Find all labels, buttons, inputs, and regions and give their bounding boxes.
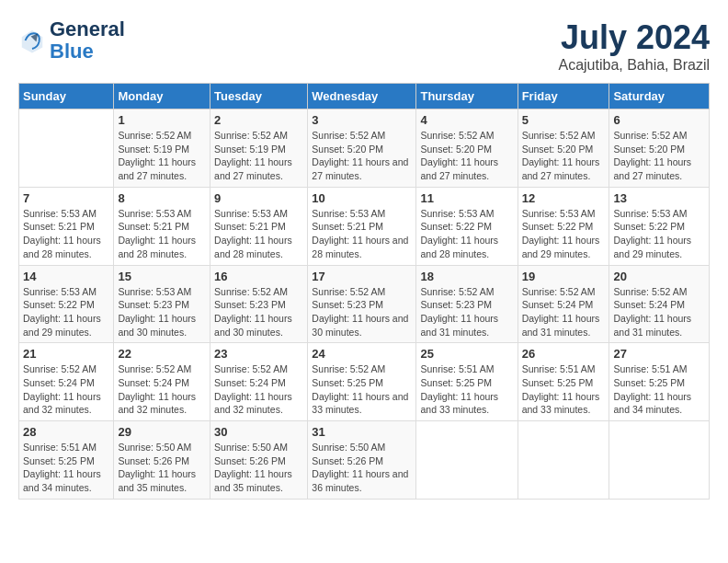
day-number: 20 <box>613 270 705 283</box>
calendar-cell: 27Sunrise: 5:51 AMSunset: 5:25 PMDayligh… <box>609 343 710 421</box>
day-number: 7 <box>23 191 109 205</box>
day-detail: Sunrise: 5:53 AMSunset: 5:21 PMDaylight:… <box>23 207 109 261</box>
day-detail: Sunrise: 5:52 AMSunset: 5:23 PMDaylight:… <box>420 285 513 339</box>
page-header: General Blue July 2024 Acajutiba, Bahia,… <box>18 18 710 74</box>
calendar-cell <box>609 421 710 500</box>
calendar-cell: 31Sunrise: 5:50 AMSunset: 5:26 PMDayligh… <box>308 421 416 500</box>
day-number: 11 <box>420 191 513 205</box>
day-number: 30 <box>214 425 303 439</box>
calendar-cell: 11Sunrise: 5:53 AMSunset: 5:22 PMDayligh… <box>416 187 518 265</box>
title-block: July 2024 Acajutiba, Bahia, Brazil <box>558 18 710 74</box>
day-header-saturday: Saturday <box>609 84 710 109</box>
calendar-cell: 17Sunrise: 5:52 AMSunset: 5:23 PMDayligh… <box>308 265 416 343</box>
calendar-cell <box>518 421 609 500</box>
day-detail: Sunrise: 5:52 AMSunset: 5:20 PMDaylight:… <box>420 129 513 183</box>
day-detail: Sunrise: 5:52 AMSunset: 5:24 PMDaylight:… <box>214 362 303 417</box>
day-number: 4 <box>420 113 513 127</box>
day-detail: Sunrise: 5:53 AMSunset: 5:22 PMDaylight:… <box>613 207 705 261</box>
day-header-monday: Monday <box>114 84 210 109</box>
calendar-cell: 10Sunrise: 5:53 AMSunset: 5:21 PMDayligh… <box>308 187 416 265</box>
day-number: 9 <box>214 191 303 205</box>
calendar-cell: 5Sunrise: 5:52 AMSunset: 5:20 PMDaylight… <box>518 109 609 188</box>
logo: General Blue <box>18 18 125 63</box>
day-detail: Sunrise: 5:50 AMSunset: 5:26 PMDaylight:… <box>118 441 206 495</box>
day-detail: Sunrise: 5:52 AMSunset: 5:19 PMDaylight:… <box>214 129 303 183</box>
calendar-cell: 13Sunrise: 5:53 AMSunset: 5:22 PMDayligh… <box>609 187 710 265</box>
day-number: 10 <box>312 191 412 205</box>
calendar-cell: 29Sunrise: 5:50 AMSunset: 5:26 PMDayligh… <box>114 421 210 500</box>
calendar-cell: 25Sunrise: 5:51 AMSunset: 5:25 PMDayligh… <box>416 343 518 421</box>
day-number: 25 <box>420 347 513 361</box>
calendar-cell: 21Sunrise: 5:52 AMSunset: 5:24 PMDayligh… <box>19 343 114 421</box>
calendar-cell: 12Sunrise: 5:53 AMSunset: 5:22 PMDayligh… <box>518 187 609 265</box>
day-header-wednesday: Wednesday <box>308 84 416 109</box>
day-number: 13 <box>613 191 705 205</box>
calendar-cell: 24Sunrise: 5:52 AMSunset: 5:25 PMDayligh… <box>308 343 416 421</box>
calendar-cell: 26Sunrise: 5:51 AMSunset: 5:25 PMDayligh… <box>518 343 609 421</box>
day-detail: Sunrise: 5:50 AMSunset: 5:26 PMDaylight:… <box>312 441 412 495</box>
calendar-cell: 19Sunrise: 5:52 AMSunset: 5:24 PMDayligh… <box>518 265 609 343</box>
day-detail: Sunrise: 5:52 AMSunset: 5:23 PMDaylight:… <box>214 285 303 339</box>
day-detail: Sunrise: 5:53 AMSunset: 5:21 PMDaylight:… <box>312 207 412 261</box>
calendar-cell: 18Sunrise: 5:52 AMSunset: 5:23 PMDayligh… <box>416 265 518 343</box>
day-detail: Sunrise: 5:52 AMSunset: 5:24 PMDaylight:… <box>613 285 705 339</box>
calendar-cell: 22Sunrise: 5:52 AMSunset: 5:24 PMDayligh… <box>114 343 210 421</box>
day-detail: Sunrise: 5:52 AMSunset: 5:25 PMDaylight:… <box>312 362 412 417</box>
day-detail: Sunrise: 5:52 AMSunset: 5:20 PMDaylight:… <box>522 129 606 183</box>
day-number: 2 <box>214 113 303 127</box>
day-number: 27 <box>613 347 705 361</box>
day-number: 31 <box>312 425 412 439</box>
day-header-tuesday: Tuesday <box>210 84 308 109</box>
logo-icon <box>18 27 46 54</box>
day-detail: Sunrise: 5:53 AMSunset: 5:22 PMDaylight:… <box>420 207 513 261</box>
day-detail: Sunrise: 5:53 AMSunset: 5:21 PMDaylight:… <box>118 207 206 261</box>
day-detail: Sunrise: 5:52 AMSunset: 5:23 PMDaylight:… <box>312 285 412 339</box>
page-subtitle: Acajutiba, Bahia, Brazil <box>558 57 710 74</box>
day-number: 24 <box>312 347 412 361</box>
calendar-cell: 2Sunrise: 5:52 AMSunset: 5:19 PMDaylight… <box>210 109 308 188</box>
calendar-cell: 6Sunrise: 5:52 AMSunset: 5:20 PMDaylight… <box>609 109 710 188</box>
day-number: 29 <box>118 425 206 439</box>
day-detail: Sunrise: 5:52 AMSunset: 5:20 PMDaylight:… <box>312 129 412 183</box>
day-number: 3 <box>312 113 412 127</box>
day-number: 16 <box>214 270 303 283</box>
logo-text: General Blue <box>50 18 125 63</box>
day-number: 12 <box>522 191 606 205</box>
day-number: 28 <box>23 425 109 439</box>
calendar-cell: 8Sunrise: 5:53 AMSunset: 5:21 PMDaylight… <box>114 187 210 265</box>
day-detail: Sunrise: 5:53 AMSunset: 5:22 PMDaylight:… <box>23 285 109 339</box>
day-number: 1 <box>118 113 206 127</box>
day-detail: Sunrise: 5:51 AMSunset: 5:25 PMDaylight:… <box>613 362 705 417</box>
day-number: 19 <box>522 270 606 283</box>
day-header-sunday: Sunday <box>19 84 114 109</box>
day-number: 21 <box>23 347 109 361</box>
day-number: 8 <box>118 191 206 205</box>
day-detail: Sunrise: 5:51 AMSunset: 5:25 PMDaylight:… <box>420 362 513 417</box>
day-detail: Sunrise: 5:52 AMSunset: 5:20 PMDaylight:… <box>613 129 705 183</box>
day-number: 14 <box>23 270 109 283</box>
day-number: 6 <box>613 113 705 127</box>
calendar-table: SundayMondayTuesdayWednesdayThursdayFrid… <box>18 83 710 500</box>
day-header-thursday: Thursday <box>416 84 518 109</box>
calendar-cell: 4Sunrise: 5:52 AMSunset: 5:20 PMDaylight… <box>416 109 518 188</box>
calendar-cell: 9Sunrise: 5:53 AMSunset: 5:21 PMDaylight… <box>210 187 308 265</box>
calendar-cell: 1Sunrise: 5:52 AMSunset: 5:19 PMDaylight… <box>114 109 210 188</box>
day-detail: Sunrise: 5:53 AMSunset: 5:23 PMDaylight:… <box>118 285 206 339</box>
day-detail: Sunrise: 5:50 AMSunset: 5:26 PMDaylight:… <box>214 441 303 495</box>
day-detail: Sunrise: 5:52 AMSunset: 5:24 PMDaylight:… <box>23 362 109 417</box>
calendar-cell: 16Sunrise: 5:52 AMSunset: 5:23 PMDayligh… <box>210 265 308 343</box>
calendar-cell <box>19 109 114 188</box>
day-number: 15 <box>118 270 206 283</box>
calendar-cell: 28Sunrise: 5:51 AMSunset: 5:25 PMDayligh… <box>19 421 114 500</box>
day-detail: Sunrise: 5:52 AMSunset: 5:24 PMDaylight:… <box>118 362 206 417</box>
page-title: July 2024 <box>558 18 710 57</box>
day-detail: Sunrise: 5:53 AMSunset: 5:22 PMDaylight:… <box>522 207 606 261</box>
day-number: 18 <box>420 270 513 283</box>
day-number: 5 <box>522 113 606 127</box>
calendar-cell: 14Sunrise: 5:53 AMSunset: 5:22 PMDayligh… <box>19 265 114 343</box>
calendar-cell <box>416 421 518 500</box>
calendar-cell: 7Sunrise: 5:53 AMSunset: 5:21 PMDaylight… <box>19 187 114 265</box>
day-number: 23 <box>214 347 303 361</box>
calendar-cell: 23Sunrise: 5:52 AMSunset: 5:24 PMDayligh… <box>210 343 308 421</box>
day-number: 22 <box>118 347 206 361</box>
